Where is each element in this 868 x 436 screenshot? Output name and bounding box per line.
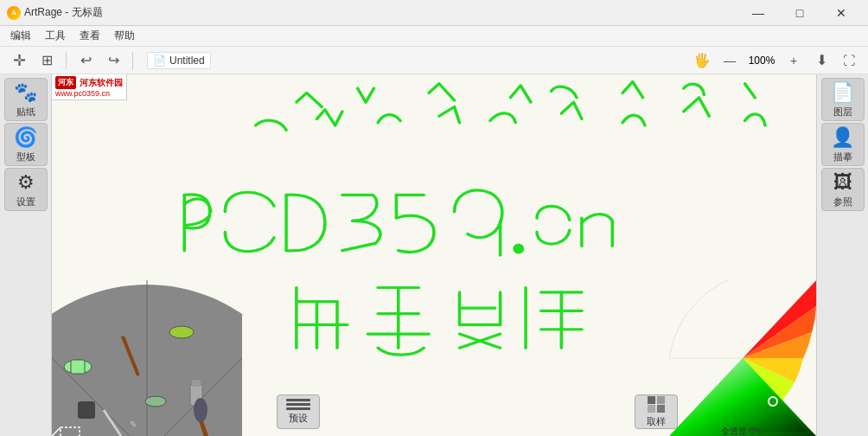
grid-icon: ⊞ (41, 52, 53, 68)
right-panel: 📄 图层 👤 描摹 🖼 参照 (816, 74, 868, 436)
tool-wheel[interactable]: T ✎ (52, 263, 225, 436)
sticker-button[interactable]: 🐾 贴纸 (4, 78, 48, 121)
hand-icon: 🖐 (693, 52, 711, 68)
zoom-in-icon: + (790, 54, 797, 67)
move-icon: ✛ (13, 51, 26, 70)
svg-rect-8 (71, 360, 85, 374)
template-icon: 🌀 (14, 126, 37, 149)
menu-help[interactable]: 帮助 (107, 26, 142, 46)
toolbar-right: 🖐 — 100% + ⬇ ⛶ (690, 49, 861, 72)
svg-text:全透度 0%: 全透度 0% (721, 426, 762, 436)
preset-line-3 (286, 407, 310, 410)
sampling-cell-1 (648, 396, 655, 404)
settings-icon: ⚙ (17, 171, 35, 194)
logo-badge: 河东 (55, 76, 76, 89)
menu-view[interactable]: 查看 (73, 26, 107, 46)
preset-line-1 (286, 399, 310, 401)
main-area: 🐾 贴纸 🌀 型板 ⚙ 设置 河东 河东软件园 www.pc0359.cn (0, 74, 868, 436)
grid-button[interactable]: ⊞ (35, 49, 59, 72)
document-name: Untitled (169, 54, 205, 67)
menu-tools[interactable]: 工具 (38, 26, 73, 46)
sticker-label: 贴纸 (16, 106, 35, 119)
tool-wheel-svg[interactable]: T ✎ (52, 263, 242, 436)
svg-point-27 (770, 399, 775, 404)
menu-bar: 编辑 工具 查看 帮助 (0, 26, 868, 47)
close-button[interactable]: ✕ (821, 0, 861, 26)
minimize-button[interactable]: — (738, 0, 778, 26)
tracing-label: 描摹 (833, 151, 852, 164)
sampling-cell-2 (657, 396, 665, 404)
app-title: ArtRage - 无标题 (24, 5, 103, 20)
settings-button[interactable]: ⚙ 设置 (4, 168, 48, 211)
template-label: 型板 (16, 151, 35, 164)
template-button[interactable]: 🌀 型板 (4, 123, 48, 166)
toolbar-separator-1 (66, 52, 67, 69)
preset-icon (286, 399, 310, 410)
settings-label: 设置 (16, 196, 35, 208)
color-wheel-svg[interactable]: 全透度 0% (669, 280, 816, 436)
reference-icon: 🖼 (833, 171, 852, 194)
maximize-button[interactable]: □ (780, 0, 820, 26)
canvas-area[interactable]: 河东 河东软件园 www.pc0359.cn (52, 74, 816, 436)
logo-overlay: 河东 河东软件园 www.pc0359.cn (52, 74, 127, 100)
move-tool-button[interactable]: ✛ (7, 49, 31, 72)
svg-text:✎: ✎ (130, 420, 137, 429)
fullscreen-icon: ⛶ (843, 54, 855, 67)
menu-edit[interactable]: 编辑 (3, 26, 38, 46)
redo-icon: ↪ (108, 52, 119, 68)
app-icon: A (7, 6, 21, 20)
layers-label: 图层 (833, 106, 852, 119)
app-logo: A ArtRage - 无标题 (7, 5, 103, 20)
sampling-icon (648, 396, 665, 414)
preset-button[interactable]: 预设 (277, 394, 320, 429)
tracing-button[interactable]: 👤 描摹 (821, 123, 865, 166)
svg-rect-12 (78, 401, 95, 419)
sampling-cell-4 (657, 405, 665, 413)
zoom-out-button[interactable]: — (718, 49, 742, 72)
hand-tool-button[interactable]: 🖐 (690, 49, 714, 72)
sampling-cell-3 (648, 405, 655, 413)
svg-point-10 (118, 319, 128, 337)
document-name-display: 📄 Untitled (147, 52, 211, 69)
window-controls: — □ ✕ (738, 0, 861, 26)
redo-button[interactable]: ↪ (101, 49, 125, 72)
download-button[interactable]: ⬇ (809, 49, 833, 72)
zoom-controls: — 100% + (718, 49, 806, 72)
sticker-icon: 🐾 (14, 81, 37, 104)
logo-site: 河东软件园 (80, 77, 123, 89)
document-icon: 📄 (153, 54, 166, 67)
svg-point-23 (194, 398, 207, 422)
preset-label: 预设 (289, 412, 308, 425)
sampling-label: 取样 (647, 415, 666, 428)
reference-button[interactable]: 🖼 参照 (821, 168, 865, 211)
reference-label: 参照 (833, 196, 852, 208)
title-bar: A ArtRage - 无标题 — □ ✕ (0, 0, 868, 26)
layers-icon: 📄 (831, 81, 854, 104)
tracing-icon: 👤 (831, 126, 854, 149)
undo-icon: ↩ (80, 52, 92, 68)
fullscreen-button[interactable]: ⛶ (837, 49, 861, 72)
zoom-in-button[interactable]: + (782, 49, 806, 72)
preset-line-2 (286, 403, 310, 406)
title-bar-left: A ArtRage - 无标题 (7, 5, 103, 20)
zoom-level: 100% (745, 54, 778, 67)
download-icon: ⬇ (816, 52, 827, 68)
toolbar-separator-2 (132, 52, 133, 69)
color-wheel[interactable]: 全透度 0% (669, 280, 816, 436)
logo-url: www.pc0359.cn (55, 89, 123, 98)
svg-rect-19 (192, 380, 201, 387)
svg-point-17 (145, 396, 166, 407)
zoom-out-icon: — (724, 54, 736, 67)
svg-point-11 (169, 326, 194, 338)
svg-point-1 (514, 245, 522, 253)
toolbar: ✛ ⊞ ↩ ↪ 📄 Untitled 🖐 — 100% + ⬇ ⛶ (0, 47, 868, 74)
undo-button[interactable]: ↩ (73, 49, 98, 72)
left-panel: 🐾 贴纸 🌀 型板 ⚙ 设置 (0, 74, 52, 436)
layers-button[interactable]: 📄 图层 (821, 78, 865, 121)
